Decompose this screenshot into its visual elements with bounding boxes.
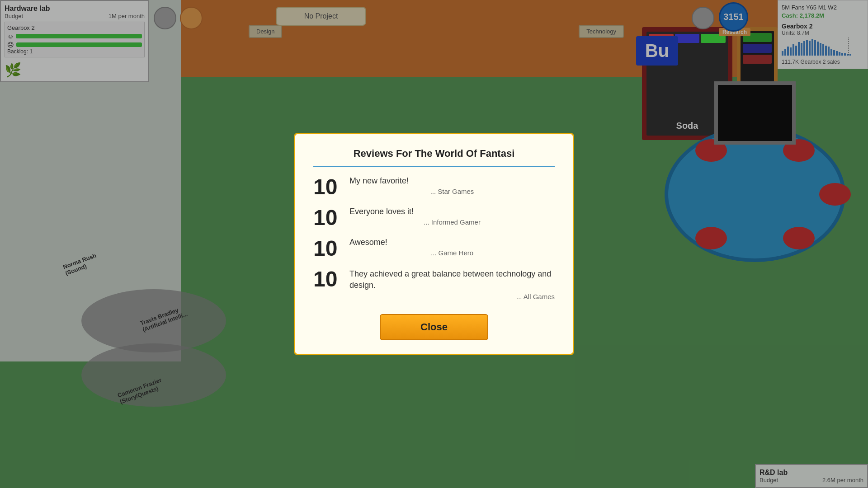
review-score-4: 10 (313, 268, 340, 290)
review-score-1: 10 (313, 176, 340, 198)
close-button[interactable]: Close (380, 314, 488, 340)
review-item-4: 10 They achieved a great balance between… (313, 268, 555, 300)
review-modal: Reviews For The World Of Fantasi 10 My n… (294, 133, 574, 355)
review-content-2: Everyone loves it! ... Informed Gamer (349, 207, 555, 226)
review-content-4: They achieved a great balance between te… (349, 268, 555, 300)
modal-title: Reviews For The World Of Fantasi (313, 148, 555, 167)
review-source-3: ... Game Hero (349, 249, 555, 257)
review-item-3: 10 Awesome! ... Game Hero (313, 238, 555, 259)
review-item-2: 10 Everyone loves it! ... Informed Gamer (313, 207, 555, 229)
review-content-3: Awesome! ... Game Hero (349, 238, 555, 257)
review-content-1: My new favorite! ... Star Games (349, 176, 555, 195)
review-score-3: 10 (313, 238, 340, 259)
review-text-4: They achieved a great balance between te… (349, 268, 555, 291)
review-source-1: ... Star Games (349, 188, 555, 195)
review-item-1: 10 My new favorite! ... Star Games (313, 176, 555, 198)
review-text-1: My new favorite! (349, 176, 555, 186)
review-source-2: ... Informed Gamer (349, 218, 555, 226)
review-text-2: Everyone loves it! (349, 207, 555, 216)
review-source-4: ... All Games (349, 293, 555, 300)
review-text-3: Awesome! (349, 238, 555, 247)
review-score-2: 10 (313, 207, 340, 229)
reviews-list: 10 My new favorite! ... Star Games 10 Ev… (313, 176, 555, 300)
modal-overlay: Reviews For The World Of Fantasi 10 My n… (0, 0, 868, 488)
